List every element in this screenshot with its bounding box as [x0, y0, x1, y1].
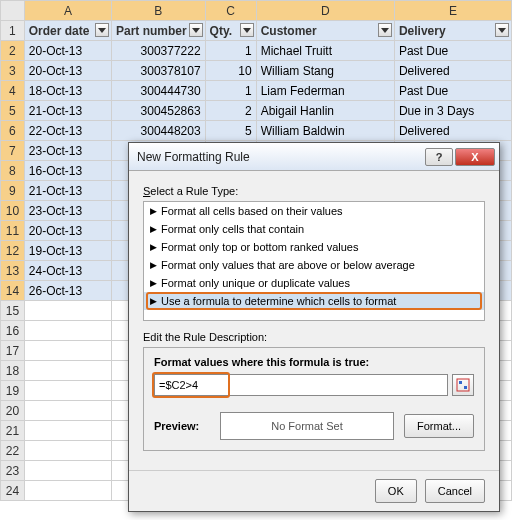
- rule-type-item[interactable]: ▶Use a formula to determine which cells …: [144, 292, 484, 310]
- cell[interactable]: [24, 381, 111, 401]
- table-header-cell[interactable]: Part number: [112, 21, 206, 41]
- formula-input[interactable]: [154, 374, 448, 396]
- cell[interactable]: Michael Truitt: [256, 41, 394, 61]
- row-header[interactable]: 5: [1, 101, 25, 121]
- col-header-C[interactable]: C: [205, 1, 256, 21]
- cancel-button[interactable]: Cancel: [425, 479, 485, 503]
- cell[interactable]: [24, 481, 111, 501]
- cell[interactable]: William Stang: [256, 61, 394, 81]
- ok-button[interactable]: OK: [375, 479, 417, 503]
- row-header[interactable]: 19: [1, 381, 25, 401]
- collapse-dialog-button[interactable]: [452, 374, 474, 396]
- filter-dropdown-icon[interactable]: [495, 23, 509, 37]
- cell[interactable]: Past Due: [394, 41, 511, 61]
- row-header[interactable]: 24: [1, 481, 25, 501]
- cell[interactable]: 23-Oct-13: [24, 201, 111, 221]
- cell[interactable]: [24, 461, 111, 481]
- table-header-cell[interactable]: Order date: [24, 21, 111, 41]
- row-header[interactable]: 23: [1, 461, 25, 481]
- filter-dropdown-icon[interactable]: [189, 23, 203, 37]
- cell[interactable]: 20-Oct-13: [24, 221, 111, 241]
- cell[interactable]: 26-Oct-13: [24, 281, 111, 301]
- cell[interactable]: [24, 301, 111, 321]
- cell[interactable]: 300444730: [112, 81, 206, 101]
- cell[interactable]: 1: [205, 41, 256, 61]
- row-header[interactable]: 12: [1, 241, 25, 261]
- col-header-E[interactable]: E: [394, 1, 511, 21]
- row-header[interactable]: 6: [1, 121, 25, 141]
- rule-type-item[interactable]: ▶Format only unique or duplicate values: [144, 274, 484, 292]
- cell[interactable]: [24, 401, 111, 421]
- cell[interactable]: 18-Oct-13: [24, 81, 111, 101]
- row-header[interactable]: 15: [1, 301, 25, 321]
- cell[interactable]: 16-Oct-13: [24, 161, 111, 181]
- cell[interactable]: 5: [205, 121, 256, 141]
- cell[interactable]: 19-Oct-13: [24, 241, 111, 261]
- cell[interactable]: 300452863: [112, 101, 206, 121]
- cell[interactable]: 300378107: [112, 61, 206, 81]
- filter-dropdown-icon[interactable]: [240, 23, 254, 37]
- cell[interactable]: 300448203: [112, 121, 206, 141]
- cell[interactable]: [24, 421, 111, 441]
- row-header[interactable]: 2: [1, 41, 25, 61]
- row-header[interactable]: 17: [1, 341, 25, 361]
- format-button[interactable]: Format...: [404, 414, 474, 438]
- cell[interactable]: 23-Oct-13: [24, 141, 111, 161]
- row-header[interactable]: 14: [1, 281, 25, 301]
- row-header[interactable]: 18: [1, 361, 25, 381]
- cell[interactable]: 21-Oct-13: [24, 101, 111, 121]
- row-header[interactable]: 4: [1, 81, 25, 101]
- row-header[interactable]: 1: [1, 21, 25, 41]
- cell[interactable]: 20-Oct-13: [24, 61, 111, 81]
- rule-type-item[interactable]: ▶Format only cells that contain: [144, 220, 484, 238]
- cell[interactable]: 20-Oct-13: [24, 41, 111, 61]
- cell[interactable]: Delivered: [394, 61, 511, 81]
- filter-dropdown-icon[interactable]: [378, 23, 392, 37]
- cell[interactable]: 2: [205, 101, 256, 121]
- rule-type-item[interactable]: ▶Format only values that are above or be…: [144, 256, 484, 274]
- preview-box: No Format Set: [220, 412, 394, 440]
- rule-type-item[interactable]: ▶Format all cells based on their values: [144, 202, 484, 220]
- cell[interactable]: 22-Oct-13: [24, 121, 111, 141]
- col-header-B[interactable]: B: [112, 1, 206, 21]
- row-header[interactable]: 10: [1, 201, 25, 221]
- row-header[interactable]: 7: [1, 141, 25, 161]
- table-header-cell[interactable]: Customer: [256, 21, 394, 41]
- select-all-corner[interactable]: [1, 1, 25, 21]
- row-header[interactable]: 11: [1, 221, 25, 241]
- row-header[interactable]: 3: [1, 61, 25, 81]
- cell[interactable]: Due in 3 Days: [394, 101, 511, 121]
- cell[interactable]: 10: [205, 61, 256, 81]
- filter-dropdown-icon[interactable]: [95, 23, 109, 37]
- row-header[interactable]: 8: [1, 161, 25, 181]
- help-button[interactable]: ?: [425, 148, 453, 166]
- row-header[interactable]: 21: [1, 421, 25, 441]
- row-header[interactable]: 22: [1, 441, 25, 461]
- cell[interactable]: 300377222: [112, 41, 206, 61]
- dialog-titlebar[interactable]: New Formatting Rule ? X: [129, 143, 499, 171]
- col-header-D[interactable]: D: [256, 1, 394, 21]
- row-header[interactable]: 20: [1, 401, 25, 421]
- cell[interactable]: [24, 361, 111, 381]
- cell[interactable]: 24-Oct-13: [24, 261, 111, 281]
- row-header[interactable]: 16: [1, 321, 25, 341]
- row-header[interactable]: 9: [1, 181, 25, 201]
- dialog-title: New Formatting Rule: [137, 150, 423, 164]
- cell[interactable]: Delivered: [394, 121, 511, 141]
- cell[interactable]: 21-Oct-13: [24, 181, 111, 201]
- cell[interactable]: William Baldwin: [256, 121, 394, 141]
- row-header[interactable]: 13: [1, 261, 25, 281]
- cell[interactable]: Abigail Hanlin: [256, 101, 394, 121]
- cell[interactable]: 1: [205, 81, 256, 101]
- table-header-cell[interactable]: Delivery: [394, 21, 511, 41]
- cell[interactable]: Past Due: [394, 81, 511, 101]
- close-button[interactable]: X: [455, 148, 495, 166]
- cell[interactable]: [24, 321, 111, 341]
- rule-type-list[interactable]: ▶Format all cells based on their values▶…: [143, 201, 485, 321]
- cell[interactable]: Liam Federman: [256, 81, 394, 101]
- col-header-A[interactable]: A: [24, 1, 111, 21]
- table-header-cell[interactable]: Qty.: [205, 21, 256, 41]
- rule-type-item[interactable]: ▶Format only top or bottom ranked values: [144, 238, 484, 256]
- cell[interactable]: [24, 341, 111, 361]
- cell[interactable]: [24, 441, 111, 461]
